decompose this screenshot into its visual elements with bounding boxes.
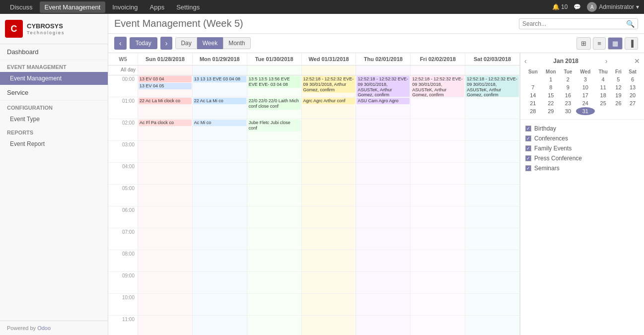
nav-discuss[interactable]: Discuss: [5, 1, 38, 13]
nav-invoicing[interactable]: Invoicing: [107, 1, 143, 13]
allday-cell-1[interactable]: [193, 66, 247, 75]
cell-0000-0[interactable]: 13 EV 03 04 13 EV 04 05: [138, 75, 193, 97]
cell-0400-5[interactable]: [411, 163, 465, 184]
cell-1000-1[interactable]: [193, 294, 247, 315]
mini-cal-day[interactable]: 22: [542, 99, 560, 107]
event-block[interactable]: 12:52:18 - 12:52:32 EVE-09 30/01/2018, A…: [411, 76, 464, 97]
list-view-button[interactable]: ≡: [593, 37, 606, 50]
mini-cal-day[interactable]: 8: [542, 83, 560, 91]
mini-cal-day[interactable]: [612, 107, 626, 115]
cell-0800-4[interactable]: [356, 250, 411, 271]
event-block[interactable]: 22 Ac La Mi co: [193, 98, 246, 104]
cell-0400-0[interactable]: [138, 163, 193, 184]
allday-cell-4[interactable]: [356, 66, 411, 75]
mini-cal-day[interactable]: 13: [625, 83, 640, 91]
cell-0300-2[interactable]: [247, 141, 302, 162]
cell-0300-1[interactable]: [193, 141, 247, 162]
cell-0800-6[interactable]: [465, 250, 520, 271]
mini-cal-day[interactable]: 15: [542, 91, 560, 99]
cell-1000-6[interactable]: [465, 294, 520, 315]
chat-icon[interactable]: 💬: [573, 3, 581, 10]
cell-0500-1[interactable]: [193, 185, 247, 206]
cell-0200-4[interactable]: [356, 119, 411, 140]
nav-settings[interactable]: Settings: [171, 1, 205, 13]
cell-0800-1[interactable]: [193, 250, 247, 271]
cell-0600-3[interactable]: [302, 206, 357, 228]
cell-1100-0[interactable]: [138, 316, 193, 335]
allday-cell-5[interactable]: [411, 66, 465, 75]
cell-0000-1[interactable]: 13 13 13 EVE 03 04 08: [193, 75, 247, 97]
cell-0700-0[interactable]: [138, 228, 193, 250]
cell-1000-0[interactable]: [138, 294, 193, 315]
cell-0100-6[interactable]: [465, 97, 520, 119]
event-block[interactable]: 12:52:18 - 12:52:32 EVE-09 30/01/2018, A…: [466, 76, 519, 97]
cell-0300-3[interactable]: [302, 141, 357, 162]
event-block[interactable]: ASU Cam Agro Agro: [357, 98, 410, 104]
category-conferences[interactable]: ✓ Conferences: [525, 134, 639, 143]
category-birthday[interactable]: ✓ Birthday: [525, 124, 639, 134]
mini-cal-day[interactable]: 26: [612, 99, 626, 107]
allday-cell-3[interactable]: [302, 66, 357, 75]
mini-cal-day[interactable]: 27: [625, 99, 640, 107]
cell-0800-3[interactable]: [302, 250, 357, 271]
calendar-view-button[interactable]: ▦: [608, 37, 623, 50]
event-block[interactable]: 12:52:18 - 12:52:32 EVE-09 30/01/2018, A…: [302, 76, 356, 93]
month-view-button[interactable]: Month: [223, 37, 250, 49]
cell-0100-0[interactable]: 22 Ac La Mi clock co: [138, 97, 193, 119]
cell-1100-3[interactable]: [302, 316, 357, 335]
kanban-view-button[interactable]: ⊞: [576, 37, 591, 50]
cell-0500-6[interactable]: [465, 185, 520, 206]
cell-0200-6[interactable]: [465, 119, 520, 140]
cell-0600-4[interactable]: [356, 206, 411, 228]
category-seminars[interactable]: ✓ Seminars: [525, 163, 639, 173]
category-family-events[interactable]: ✓ Family Events: [525, 143, 639, 153]
cell-0900-2[interactable]: [247, 272, 302, 293]
cell-0300-4[interactable]: [356, 141, 411, 162]
event-block[interactable]: 12:52:18 - 12:52:32 EVE-09 30/01/2018, A…: [357, 76, 410, 97]
event-block[interactable]: Ac Fl Pa clock co: [139, 120, 192, 126]
cell-1000-3[interactable]: [302, 294, 357, 315]
odoo-link[interactable]: Odoo: [37, 325, 51, 331]
cell-0900-3[interactable]: [302, 272, 357, 293]
cell-0200-1[interactable]: Ac Mi co: [193, 119, 247, 140]
cell-0400-4[interactable]: [356, 163, 411, 184]
mini-cal-day[interactable]: 20: [625, 91, 640, 99]
mini-cal-day[interactable]: 7: [524, 83, 542, 91]
mini-cal-day[interactable]: 29: [542, 107, 560, 115]
event-block[interactable]: 22 Ac La Mi clock co: [139, 98, 192, 104]
category-checkbox-conferences[interactable]: ✓: [525, 135, 531, 141]
event-block[interactable]: Ac Mi co: [193, 120, 246, 126]
event-block[interactable]: Jube Fletc Jubi close conf: [248, 120, 301, 132]
mini-cal-day[interactable]: 9: [560, 83, 576, 91]
cell-1100-4[interactable]: [356, 316, 411, 335]
today-button[interactable]: Today: [130, 37, 157, 49]
allday-cell-0[interactable]: [138, 66, 193, 75]
cell-0400-1[interactable]: [193, 163, 247, 184]
cell-0100-2[interactable]: 22/0 22/0 22/0 Laith Mich conf close con…: [247, 97, 302, 119]
cell-0100-1[interactable]: 22 Ac La Mi co: [193, 97, 247, 119]
search-input[interactable]: [522, 20, 626, 27]
mini-cal-day[interactable]: 3: [576, 75, 595, 83]
cell-1100-5[interactable]: [411, 316, 465, 335]
sidebar-item-service[interactable]: Service: [0, 85, 108, 101]
allday-cell-6[interactable]: [465, 66, 520, 75]
cell-0600-5[interactable]: [411, 206, 465, 228]
cell-0500-0[interactable]: [138, 185, 193, 206]
mini-cal-prev[interactable]: ‹: [524, 57, 527, 65]
cell-1100-6[interactable]: [465, 316, 520, 335]
cell-0700-6[interactable]: [465, 228, 520, 250]
day-view-button[interactable]: Day: [175, 37, 197, 49]
sidebar-item-event-type[interactable]: Event Type: [0, 113, 108, 126]
cell-0200-5[interactable]: [411, 119, 465, 140]
mini-cal-day[interactable]: 17: [576, 91, 595, 99]
cell-1000-2[interactable]: [247, 294, 302, 315]
cell-0900-1[interactable]: [193, 272, 247, 293]
event-block[interactable]: 13 EV 04 05: [139, 83, 192, 89]
cell-0500-3[interactable]: [302, 185, 357, 206]
cell-0200-3[interactable]: [302, 119, 357, 140]
mini-cal-day[interactable]: [625, 107, 640, 115]
mini-cal-day[interactable]: 5: [612, 75, 626, 83]
cell-0300-5[interactable]: [411, 141, 465, 162]
cell-0300-0[interactable]: [138, 141, 193, 162]
cell-0900-6[interactable]: [465, 272, 520, 293]
